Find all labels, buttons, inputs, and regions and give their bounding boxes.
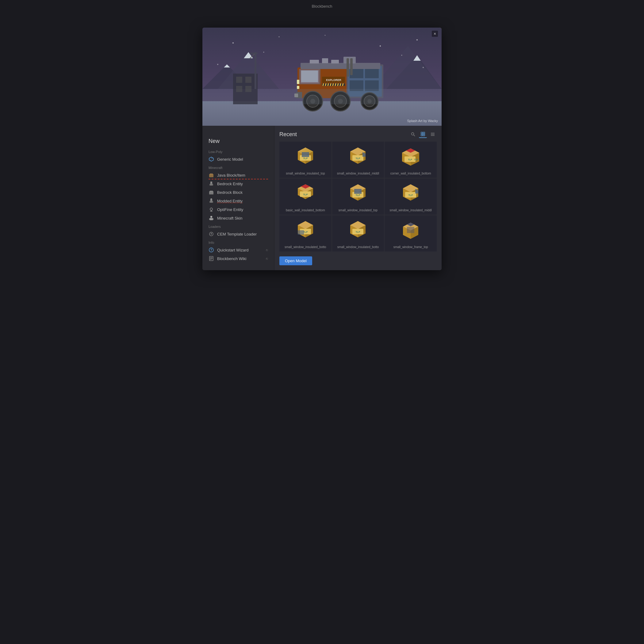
svg-rect-33 — [310, 60, 319, 63]
svg-rect-85 — [209, 201, 210, 203]
sidebar-item-wiki[interactable]: Blockbench Wiki ⎋ — [202, 254, 274, 263]
recent-item-8[interactable]: TLP small_window_insulated_botto — [332, 215, 384, 251]
section-minecraft: Minecraft — [202, 163, 274, 171]
svg-rect-105 — [423, 132, 425, 134]
svg-rect-94 — [213, 218, 213, 220]
item-name-7: small_window_insulated_botto — [282, 245, 329, 249]
thumb-5: TLP — [335, 181, 381, 207]
app-title: Blockbench — [312, 4, 332, 9]
panel-header: Recent — [279, 131, 437, 138]
svg-point-59 — [279, 36, 280, 37]
bedrock-entity-label: Bedrock Entity — [217, 182, 243, 186]
svg-text:TLP: TLP — [303, 157, 308, 160]
svg-text:TLP: TLP — [408, 159, 412, 161]
recent-item-5[interactable]: TLP small_window_insulated_top — [332, 178, 384, 215]
recent-item-1[interactable]: TLP small_window_insulated_top — [279, 142, 332, 178]
skin-label: Minecraft Skin — [217, 216, 242, 220]
section-low-poly: Low-Poly — [202, 148, 274, 155]
svg-line-103 — [414, 135, 415, 136]
svg-rect-107 — [423, 134, 425, 136]
recent-item-7[interactable]: TLP small_window_insulated_botto — [279, 215, 332, 251]
help-icon: ? — [209, 247, 214, 253]
cem-label: CEM Template Loader — [217, 232, 257, 236]
recent-title: Recent — [279, 131, 297, 138]
grid-view-button[interactable] — [419, 131, 427, 138]
svg-point-56 — [416, 39, 418, 40]
svg-line-17 — [323, 83, 324, 86]
svg-rect-160 — [298, 230, 304, 235]
svg-rect-82 — [209, 191, 213, 192]
svg-rect-117 — [302, 152, 309, 157]
svg-point-60 — [380, 45, 381, 47]
sidebar-item-optifine[interactable]: OptiFine Entity — [202, 205, 274, 214]
section-loaders: Loaders — [202, 222, 274, 230]
sidebar-item-bedrock-block[interactable]: Bedrock Block — [202, 188, 274, 197]
svg-rect-87 — [211, 198, 212, 199]
svg-point-88 — [210, 208, 213, 210]
sidebar-item-cem[interactable]: CEM Template Loader — [202, 230, 274, 238]
svg-rect-99 — [210, 257, 213, 258]
svg-point-102 — [412, 133, 414, 135]
open-model-button[interactable]: Open Model — [279, 256, 312, 265]
svg-marker-71 — [211, 157, 213, 159]
svg-rect-79 — [212, 184, 213, 186]
recent-item-3[interactable]: TLP TLP corner_wall_insulated_bottom — [385, 142, 437, 178]
sidebar-item-quickstart[interactable]: ? Quickstart Wizard ⎋ — [202, 246, 274, 254]
thumb-6: TLP — [387, 181, 434, 207]
svg-rect-75 — [209, 174, 213, 175]
svg-rect-32 — [301, 63, 380, 69]
sidebar-item-skin[interactable]: Minecraft Skin — [202, 214, 274, 222]
sidebar-item-bedrock-entity[interactable]: Bedrock Entity — [202, 179, 274, 188]
recent-item-4[interactable]: TLP basic_wall_insulated_bottom — [279, 178, 332, 215]
java-block-label: Java Block/Item — [217, 173, 245, 178]
recent-grid: TLP small_window_insulated_top — [279, 142, 437, 251]
svg-rect-90 — [210, 211, 213, 212]
search-button[interactable] — [409, 131, 417, 138]
wiki-external-icon: ⎋ — [266, 257, 268, 260]
svg-rect-64 — [245, 77, 251, 83]
item-name-2: small_window_insulated_middl — [335, 172, 381, 175]
sidebar-item-generic-model[interactable]: Generic Model — [202, 155, 274, 163]
java-block-icon — [209, 172, 214, 178]
svg-rect-91 — [210, 216, 212, 218]
sidebar: New Low-Poly Generic Model Minecraft — [202, 126, 274, 270]
thumb-1: TLP — [282, 144, 329, 171]
item-name-9: small_window_frame_top — [387, 245, 434, 249]
item-name-4: basic_wall_insulated_bottom — [282, 209, 329, 212]
svg-rect-67 — [255, 52, 256, 89]
svg-rect-35 — [331, 60, 339, 63]
svg-text:TLP: TLP — [356, 194, 361, 197]
sidebar-item-modded-entity[interactable]: Modded Entity — [202, 197, 274, 205]
recent-item-2[interactable]: TLP small_window_insulated_middl — [332, 142, 384, 178]
svg-rect-36 — [343, 57, 356, 63]
sidebar-item-java-block[interactable]: Java Block/Item — [202, 171, 274, 179]
svg-rect-92 — [210, 218, 213, 220]
svg-rect-101 — [210, 259, 212, 260]
svg-line-23 — [338, 83, 338, 86]
svg-rect-104 — [421, 132, 423, 134]
svg-rect-68 — [250, 53, 258, 54]
svg-rect-76 — [210, 182, 212, 183]
svg-rect-29 — [365, 67, 379, 78]
modded-entity-icon — [209, 198, 214, 204]
svg-rect-171 — [407, 227, 414, 233]
title-bar: Blockbench — [0, 0, 644, 12]
new-title: New — [202, 132, 274, 148]
close-button[interactable]: × — [432, 31, 438, 37]
recent-item-6[interactable]: TLP small_window_insulated_middl — [385, 178, 437, 215]
bedrock-block-label: Bedrock Block — [217, 190, 243, 195]
svg-point-53 — [232, 42, 234, 44]
quickstart-label: Quickstart Wizard — [217, 248, 249, 252]
recent-item-9[interactable]: small_window_frame_top — [385, 215, 437, 251]
svg-rect-66 — [245, 86, 251, 92]
thumb-8: TLP — [335, 218, 381, 244]
bedrock-entity-icon — [209, 181, 214, 186]
svg-point-54 — [263, 52, 264, 53]
skin-icon — [209, 215, 214, 221]
item-name-1: small_window_insulated_top — [282, 172, 329, 175]
item-name-5: small_window_insulated_top — [335, 209, 381, 212]
svg-rect-93 — [209, 218, 210, 220]
cem-icon — [209, 231, 214, 237]
list-view-button[interactable] — [429, 131, 437, 138]
thumb-9 — [387, 218, 434, 244]
